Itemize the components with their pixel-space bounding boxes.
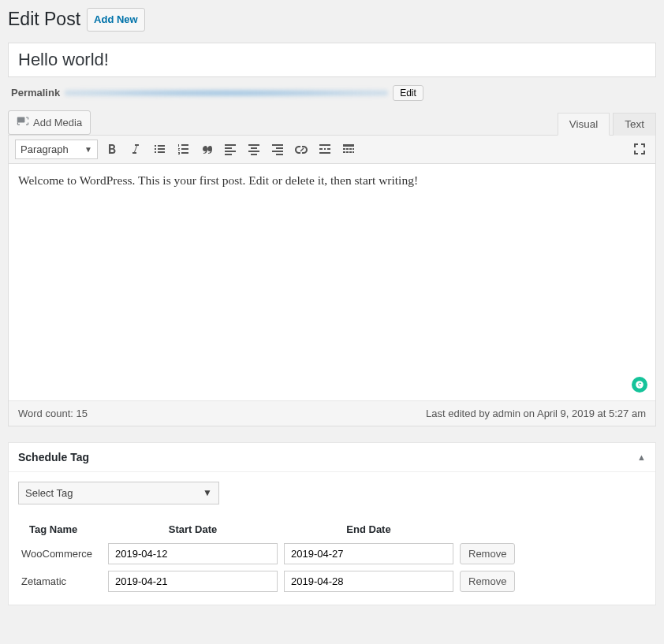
italic-button[interactable]: [126, 140, 145, 158]
post-title-input[interactable]: [8, 43, 656, 77]
schedule-tag-metabox: Schedule Tag ▲ Select Tag ▼ Tag Name Sta…: [8, 442, 656, 605]
format-selected: Paragraph: [21, 143, 69, 155]
schedule-table: Tag Name Start Date End Date WooCommerce…: [18, 519, 646, 595]
add-media-button[interactable]: Add Media: [8, 110, 91, 135]
remove-button[interactable]: Remove: [460, 571, 515, 592]
col-tag-name: Tag Name: [18, 519, 105, 540]
col-start-date: Start Date: [105, 519, 281, 540]
end-date-input[interactable]: [284, 543, 453, 564]
bold-button[interactable]: [103, 140, 121, 158]
col-end-date: End Date: [281, 519, 457, 540]
editor-content[interactable]: Welcome to WordPress. This is your first…: [9, 164, 655, 400]
select-tag-placeholder: Select Tag: [25, 487, 73, 499]
add-new-button[interactable]: Add New: [87, 8, 145, 32]
link-button[interactable]: [292, 140, 311, 158]
bullet-list-button[interactable]: [150, 140, 169, 158]
align-left-button[interactable]: [221, 140, 240, 158]
permalink-edit-button[interactable]: Edit: [393, 85, 423, 101]
start-date-input[interactable]: [108, 571, 278, 592]
table-row: WooCommerce Remove: [18, 540, 646, 568]
tab-text[interactable]: Text: [613, 113, 656, 136]
editor-toolbar: Paragraph ▼: [9, 136, 655, 164]
end-date-input[interactable]: [284, 571, 453, 592]
schedule-tag-title: Schedule Tag: [18, 451, 89, 463]
post-content: Welcome to WordPress. This is your first…: [18, 173, 418, 187]
select-tag-dropdown[interactable]: Select Tag ▼: [18, 482, 219, 504]
last-edited: Last edited by admin on April 9, 2019 at…: [426, 408, 646, 419]
metabox-toggle-icon[interactable]: ▲: [637, 452, 646, 462]
fullscreen-button[interactable]: [630, 140, 649, 158]
editor: Paragraph ▼ Welcome to WordPress. This i…: [8, 135, 656, 426]
align-center-button[interactable]: [244, 140, 263, 158]
read-more-button[interactable]: [315, 140, 334, 158]
toolbar-toggle-button[interactable]: [339, 140, 358, 158]
permalink-url: [65, 87, 388, 99]
format-select[interactable]: Paragraph ▼: [15, 140, 98, 159]
numbered-list-button[interactable]: [173, 140, 192, 158]
add-media-label: Add Media: [33, 117, 82, 128]
table-row: Zetamatic Remove: [18, 568, 646, 595]
tag-name-cell: Zetamatic: [18, 568, 105, 595]
grammarly-icon[interactable]: [632, 377, 647, 393]
page-title: Edit Post: [8, 8, 80, 32]
chevron-down-icon: ▼: [203, 487, 212, 498]
permalink-label: Permalink: [11, 87, 60, 99]
align-right-button[interactable]: [268, 140, 287, 158]
word-count: Word count: 15: [18, 408, 88, 419]
media-icon: [17, 115, 29, 130]
tab-visual[interactable]: Visual: [558, 113, 610, 136]
start-date-input[interactable]: [108, 543, 278, 564]
tag-name-cell: WooCommerce: [18, 540, 105, 568]
chevron-down-icon: ▼: [84, 145, 92, 154]
blockquote-button[interactable]: [197, 140, 216, 158]
remove-button[interactable]: Remove: [460, 543, 515, 564]
